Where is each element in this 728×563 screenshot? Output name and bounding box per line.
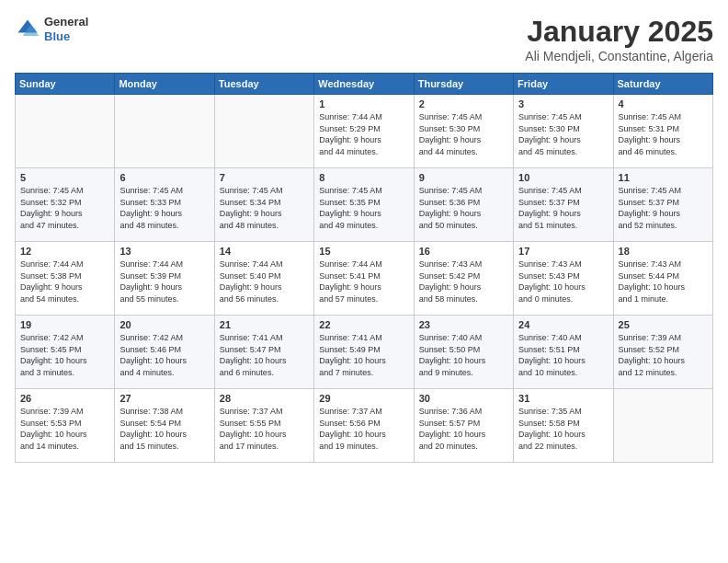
calendar-title: January 2025 <box>525 15 713 49</box>
calendar-cell <box>613 389 712 463</box>
calendar-table: SundayMondayTuesdayWednesdayThursdayFrid… <box>15 73 713 463</box>
day-info: Sunrise: 7:44 AM Sunset: 5:40 PM Dayligh… <box>220 259 309 304</box>
calendar-header-row: SundayMondayTuesdayWednesdayThursdayFrid… <box>16 74 713 95</box>
calendar-cell: 17Sunrise: 7:43 AM Sunset: 5:43 PM Dayli… <box>514 242 613 316</box>
day-number: 13 <box>119 246 209 257</box>
logo-general: General <box>44 15 88 29</box>
calendar-cell: 1Sunrise: 7:44 AM Sunset: 5:29 PM Daylig… <box>314 95 414 168</box>
day-info: Sunrise: 7:41 AM Sunset: 5:47 PM Dayligh… <box>220 332 309 378</box>
day-number: 3 <box>518 98 608 109</box>
calendar-cell: 23Sunrise: 7:40 AM Sunset: 5:50 PM Dayli… <box>414 316 513 389</box>
day-number: 24 <box>518 319 608 330</box>
calendar-cell: 6Sunrise: 7:45 AM Sunset: 5:33 PM Daylig… <box>115 168 214 242</box>
logo-icon <box>15 17 40 42</box>
day-info: Sunrise: 7:40 AM Sunset: 5:50 PM Dayligh… <box>419 332 508 378</box>
day-info: Sunrise: 7:38 AM Sunset: 5:54 PM Dayligh… <box>119 406 209 452</box>
calendar-cell: 30Sunrise: 7:36 AM Sunset: 5:57 PM Dayli… <box>414 389 513 463</box>
day-info: Sunrise: 7:43 AM Sunset: 5:44 PM Dayligh… <box>619 259 708 304</box>
day-number: 21 <box>220 319 309 330</box>
calendar-cell: 12Sunrise: 7:44 AM Sunset: 5:38 PM Dayli… <box>16 242 115 316</box>
day-number: 14 <box>220 246 309 257</box>
calendar-cell: 19Sunrise: 7:42 AM Sunset: 5:45 PM Dayli… <box>16 316 115 389</box>
calendar-cell <box>16 95 115 168</box>
day-header-thursday: Thursday <box>414 74 513 95</box>
calendar-cell: 9Sunrise: 7:45 AM Sunset: 5:36 PM Daylig… <box>414 168 513 242</box>
day-number: 22 <box>319 319 408 330</box>
day-info: Sunrise: 7:45 AM Sunset: 5:32 PM Dayligh… <box>20 185 109 231</box>
day-number: 10 <box>518 172 608 183</box>
calendar-cell: 7Sunrise: 7:45 AM Sunset: 5:34 PM Daylig… <box>214 168 313 242</box>
day-info: Sunrise: 7:45 AM Sunset: 5:36 PM Dayligh… <box>419 185 508 231</box>
day-info: Sunrise: 7:35 AM Sunset: 5:58 PM Dayligh… <box>518 406 608 452</box>
day-info: Sunrise: 7:40 AM Sunset: 5:51 PM Dayligh… <box>518 332 608 378</box>
calendar-week-row: 26Sunrise: 7:39 AM Sunset: 5:53 PM Dayli… <box>16 389 713 463</box>
calendar-cell: 24Sunrise: 7:40 AM Sunset: 5:51 PM Dayli… <box>514 316 613 389</box>
day-info: Sunrise: 7:45 AM Sunset: 5:34 PM Dayligh… <box>220 185 309 231</box>
calendar-subtitle: Ali Mendjeli, Constantine, Algeria <box>525 49 713 63</box>
day-info: Sunrise: 7:44 AM Sunset: 5:38 PM Dayligh… <box>20 259 109 304</box>
day-info: Sunrise: 7:44 AM Sunset: 5:39 PM Dayligh… <box>119 259 209 304</box>
calendar-cell: 3Sunrise: 7:45 AM Sunset: 5:30 PM Daylig… <box>514 95 613 168</box>
calendar-cell: 20Sunrise: 7:42 AM Sunset: 5:46 PM Dayli… <box>115 316 214 389</box>
calendar-cell: 4Sunrise: 7:45 AM Sunset: 5:31 PM Daylig… <box>613 95 712 168</box>
logo-text: General Blue <box>44 15 88 43</box>
calendar-cell: 29Sunrise: 7:37 AM Sunset: 5:56 PM Dayli… <box>314 389 414 463</box>
calendar-cell: 22Sunrise: 7:41 AM Sunset: 5:49 PM Dayli… <box>314 316 414 389</box>
day-header-monday: Monday <box>115 74 214 95</box>
title-block: January 2025 Ali Mendjeli, Constantine, … <box>525 15 713 63</box>
calendar-cell: 31Sunrise: 7:35 AM Sunset: 5:58 PM Dayli… <box>514 389 613 463</box>
page-header: General Blue January 2025 Ali Mendjeli, … <box>15 15 713 63</box>
day-number: 6 <box>119 172 209 183</box>
day-header-tuesday: Tuesday <box>214 74 313 95</box>
day-number: 23 <box>419 319 508 330</box>
day-number: 4 <box>619 98 708 109</box>
day-info: Sunrise: 7:44 AM Sunset: 5:29 PM Dayligh… <box>319 111 408 157</box>
calendar-week-row: 19Sunrise: 7:42 AM Sunset: 5:45 PM Dayli… <box>16 316 713 389</box>
calendar-cell: 5Sunrise: 7:45 AM Sunset: 5:32 PM Daylig… <box>16 168 115 242</box>
day-number: 29 <box>319 393 408 404</box>
day-info: Sunrise: 7:42 AM Sunset: 5:45 PM Dayligh… <box>20 332 109 378</box>
day-info: Sunrise: 7:37 AM Sunset: 5:56 PM Dayligh… <box>319 406 408 452</box>
day-number: 17 <box>518 246 608 257</box>
day-info: Sunrise: 7:45 AM Sunset: 5:30 PM Dayligh… <box>518 111 608 157</box>
calendar-cell: 25Sunrise: 7:39 AM Sunset: 5:52 PM Dayli… <box>613 316 712 389</box>
day-number: 28 <box>220 393 309 404</box>
day-info: Sunrise: 7:36 AM Sunset: 5:57 PM Dayligh… <box>419 406 508 452</box>
day-number: 11 <box>619 172 708 183</box>
calendar-week-row: 1Sunrise: 7:44 AM Sunset: 5:29 PM Daylig… <box>16 95 713 168</box>
calendar-cell: 2Sunrise: 7:45 AM Sunset: 5:30 PM Daylig… <box>414 95 513 168</box>
calendar-cell: 18Sunrise: 7:43 AM Sunset: 5:44 PM Dayli… <box>613 242 712 316</box>
day-info: Sunrise: 7:45 AM Sunset: 5:37 PM Dayligh… <box>619 185 708 231</box>
logo-blue: Blue <box>44 29 88 44</box>
day-number: 25 <box>619 319 708 330</box>
day-info: Sunrise: 7:45 AM Sunset: 5:33 PM Dayligh… <box>119 185 209 231</box>
day-header-sunday: Sunday <box>16 74 115 95</box>
calendar-cell: 21Sunrise: 7:41 AM Sunset: 5:47 PM Dayli… <box>214 316 313 389</box>
day-number: 26 <box>20 393 109 404</box>
day-number: 8 <box>319 172 408 183</box>
calendar-week-row: 5Sunrise: 7:45 AM Sunset: 5:32 PM Daylig… <box>16 168 713 242</box>
logo: General Blue <box>15 15 88 43</box>
day-header-friday: Friday <box>514 74 613 95</box>
calendar-cell: 14Sunrise: 7:44 AM Sunset: 5:40 PM Dayli… <box>214 242 313 316</box>
day-number: 30 <box>419 393 508 404</box>
calendar-cell: 11Sunrise: 7:45 AM Sunset: 5:37 PM Dayli… <box>613 168 712 242</box>
day-header-saturday: Saturday <box>613 74 712 95</box>
day-info: Sunrise: 7:44 AM Sunset: 5:41 PM Dayligh… <box>319 259 408 304</box>
calendar-cell: 8Sunrise: 7:45 AM Sunset: 5:35 PM Daylig… <box>314 168 414 242</box>
day-info: Sunrise: 7:42 AM Sunset: 5:46 PM Dayligh… <box>119 332 209 378</box>
calendar-cell: 15Sunrise: 7:44 AM Sunset: 5:41 PM Dayli… <box>314 242 414 316</box>
calendar-cell: 26Sunrise: 7:39 AM Sunset: 5:53 PM Dayli… <box>16 389 115 463</box>
calendar-cell: 13Sunrise: 7:44 AM Sunset: 5:39 PM Dayli… <box>115 242 214 316</box>
calendar-cell <box>115 95 214 168</box>
day-number: 16 <box>419 246 508 257</box>
day-number: 18 <box>619 246 708 257</box>
calendar-cell: 28Sunrise: 7:37 AM Sunset: 5:55 PM Dayli… <box>214 389 313 463</box>
day-number: 27 <box>119 393 209 404</box>
day-number: 31 <box>518 393 608 404</box>
day-info: Sunrise: 7:37 AM Sunset: 5:55 PM Dayligh… <box>220 406 309 452</box>
day-number: 12 <box>20 246 109 257</box>
day-number: 20 <box>119 319 209 330</box>
day-number: 5 <box>20 172 109 183</box>
day-info: Sunrise: 7:43 AM Sunset: 5:42 PM Dayligh… <box>419 259 508 304</box>
